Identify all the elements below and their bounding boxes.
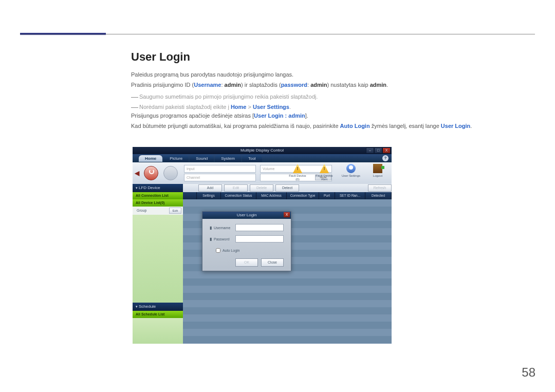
delete-button[interactable]: Delete bbox=[250, 184, 273, 192]
action-bar: Add Edit Delete Detect Refresh bbox=[183, 184, 392, 192]
edit-button[interactable]: Edit bbox=[224, 184, 248, 192]
app-window: Multiple Display Control – □ X Home Pict… bbox=[133, 147, 392, 344]
tab-sound[interactable]: Sound bbox=[190, 155, 214, 162]
help-icon[interactable]: ? bbox=[382, 155, 388, 161]
sidebar-header-lfd[interactable]: LFD Device bbox=[133, 184, 183, 192]
warning-icon bbox=[320, 164, 329, 173]
edit-button[interactable]: Edit bbox=[169, 208, 181, 214]
dialog-title: User Login bbox=[237, 213, 257, 217]
window-title: Multiple Display Control bbox=[240, 148, 284, 153]
logout-button[interactable]: Logout bbox=[367, 164, 388, 181]
note-1: ―Saugumo sumetimais po pirmojo prisijung… bbox=[131, 91, 318, 102]
maximize-button[interactable]: □ bbox=[374, 147, 382, 154]
sidebar-spacer bbox=[133, 318, 183, 344]
sidebar-header-schedule[interactable]: Schedule bbox=[133, 303, 183, 311]
column-header[interactable]: Settings bbox=[197, 192, 221, 199]
sidebar-item-schedule-list[interactable]: All Schedule List bbox=[133, 311, 183, 318]
dialog-close-button[interactable]: X bbox=[284, 212, 290, 217]
user-settings-button[interactable]: User Settings bbox=[340, 164, 362, 181]
minimize-button[interactable]: – bbox=[366, 147, 374, 154]
warning-icon bbox=[293, 164, 302, 173]
dialog-titlebar: User Login X bbox=[202, 212, 291, 219]
ok-button[interactable]: OK bbox=[235, 258, 258, 267]
paragraph-1: Paleidus programą bus parodytas naudotoj… bbox=[131, 71, 293, 79]
column-header[interactable]: Connection Type bbox=[287, 192, 319, 199]
paragraph-4: Kad būtumėte prijungti automatiškai, kai… bbox=[131, 122, 472, 130]
main-tabs: Home Picture Sound System Tool ? bbox=[133, 154, 392, 162]
column-header[interactable]: Connection Status bbox=[221, 192, 256, 199]
paragraph-2: Pradinis prisijungimo ID (Username: admi… bbox=[131, 81, 388, 89]
power-off-button[interactable] bbox=[163, 166, 178, 180]
paragraph-3: Prisijungus programos apačioje dešinėje … bbox=[131, 112, 308, 120]
auto-login-label: Auto Login bbox=[223, 249, 239, 252]
column-header[interactable]: SET ID Ran... bbox=[335, 192, 365, 199]
close-button[interactable]: Close bbox=[261, 258, 284, 267]
column-header[interactable]: MAC Address bbox=[256, 192, 287, 199]
page-number: 58 bbox=[522, 365, 535, 380]
scroll-left-icon[interactable]: ◀ bbox=[133, 162, 141, 184]
sidebar: LFD Device All Connection List All Devic… bbox=[133, 184, 183, 344]
tab-picture[interactable]: Picture bbox=[163, 155, 189, 162]
detect-button[interactable]: Detect bbox=[275, 184, 299, 192]
column-header[interactable]: Port bbox=[319, 192, 335, 199]
page-title: User Login bbox=[131, 50, 190, 64]
header-rule bbox=[20, 34, 535, 34]
bullet-icon: ▮ bbox=[210, 237, 212, 241]
tab-tool[interactable]: Tool bbox=[242, 155, 262, 162]
channel-field[interactable]: Channel bbox=[184, 174, 256, 181]
password-label: Password bbox=[214, 237, 235, 241]
tab-system[interactable]: System bbox=[215, 155, 241, 162]
add-button[interactable]: Add bbox=[198, 184, 222, 192]
fault-alert-button[interactable]: Fault Device Alert bbox=[313, 164, 335, 181]
auto-login-checkbox[interactable] bbox=[216, 248, 220, 253]
user-icon bbox=[346, 164, 356, 173]
door-icon bbox=[373, 164, 382, 173]
note-2: ―Norėdami pakeisti slaptažodį eikite į H… bbox=[131, 102, 291, 112]
sidebar-item-connection-list[interactable]: All Connection List bbox=[133, 192, 183, 199]
sidebar-item-group[interactable]: Group Edit bbox=[133, 207, 183, 215]
window-titlebar: Multiple Display Control – □ X bbox=[133, 147, 392, 154]
username-input[interactable] bbox=[235, 224, 284, 231]
username-label: Username bbox=[214, 226, 235, 230]
sidebar-item-device-list[interactable]: All Device List(0) bbox=[133, 199, 183, 207]
password-input[interactable] bbox=[235, 235, 284, 242]
sidebar-spacer bbox=[133, 215, 183, 303]
table-header: SettingsConnection StatusMAC AddressConn… bbox=[183, 192, 392, 199]
refresh-button[interactable]: Refresh bbox=[368, 184, 392, 192]
toolbar: ◀ Input Channel Volume Mute Fault Device… bbox=[133, 162, 392, 184]
fault-device-button[interactable]: Fault Device (0) bbox=[287, 164, 308, 181]
column-header[interactable] bbox=[183, 192, 197, 199]
close-button[interactable]: X bbox=[382, 147, 391, 154]
tab-home[interactable]: Home bbox=[139, 155, 162, 162]
column-header[interactable]: Detected bbox=[365, 192, 392, 199]
input-field[interactable]: Input bbox=[184, 165, 256, 173]
bullet-icon: ▮ bbox=[210, 226, 212, 230]
power-on-button[interactable] bbox=[144, 166, 158, 180]
user-login-dialog: User Login X ▮Username ▮Password Auto Lo… bbox=[202, 211, 291, 271]
